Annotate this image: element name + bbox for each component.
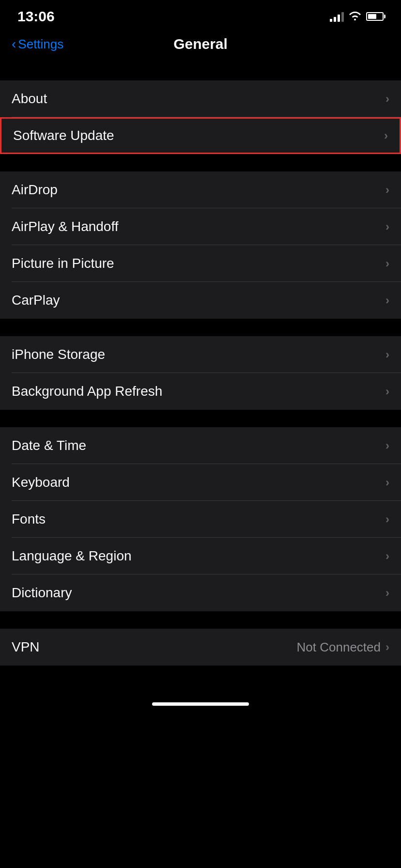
settings-row-language-region[interactable]: Language & Region › [0,538,401,574]
airdrop-chevron-icon: › [386,183,389,197]
back-label: Settings [18,37,63,52]
settings-row-background-app-refresh[interactable]: Background App Refresh › [0,373,401,410]
fonts-chevron-icon: › [386,512,389,526]
carplay-label: CarPlay [12,293,60,308]
settings-row-keyboard[interactable]: Keyboard › [0,464,401,501]
bottom-spacer [0,666,401,695]
airplay-handoff-chevron-icon: › [386,220,389,233]
software-update-chevron-icon: › [384,129,388,142]
about-label: About [12,91,47,107]
airdrop-label: AirDrop [12,182,58,198]
fonts-label: Fonts [12,512,46,527]
section-gap-3 [0,319,401,336]
vpn-chevron-icon: › [386,640,389,654]
dictionary-chevron-icon: › [386,586,389,600]
iphone-storage-label: iPhone Storage [12,347,105,362]
settings-group-4: Date & Time › Keyboard › Fonts › Languag… [0,427,401,611]
background-app-refresh-chevron-icon: › [386,385,389,398]
home-indicator-bar [152,702,249,706]
dictionary-label: Dictionary [12,585,72,601]
settings-row-airplay-handoff[interactable]: AirPlay & Handoff › [0,208,401,245]
settings-row-vpn[interactable]: VPN Not Connected › [0,629,401,666]
back-chevron-icon: ‹ [12,37,16,51]
date-time-chevron-icon: › [386,439,389,452]
status-bar: 13:06 [0,0,401,29]
settings-row-date-time[interactable]: Date & Time › [0,427,401,464]
vpn-label: VPN [12,639,40,655]
settings-row-dictionary[interactable]: Dictionary › [0,574,401,611]
settings-row-carplay[interactable]: CarPlay › [0,282,401,319]
settings-row-iphone-storage[interactable]: iPhone Storage › [0,336,401,373]
settings-row-picture-in-picture[interactable]: Picture in Picture › [0,245,401,282]
settings-row-fonts[interactable]: Fonts › [0,501,401,538]
nav-bar: ‹ Settings General [0,29,401,63]
battery-icon [366,12,384,21]
wifi-icon [349,11,361,23]
airplay-handoff-label: AirPlay & Handoff [12,219,119,234]
about-chevron-icon: › [386,92,389,106]
settings-row-about[interactable]: About › [0,80,401,117]
section-gap-2 [0,154,401,171]
section-gap-1 [0,63,401,80]
carplay-chevron-icon: › [386,294,389,307]
back-button[interactable]: ‹ Settings [12,37,63,52]
signal-icon [330,11,344,22]
section-gap-5 [0,611,401,629]
software-update-label: Software Update [13,128,114,143]
section-gap-4 [0,410,401,427]
vpn-status: Not Connected [297,640,381,655]
settings-row-software-update[interactable]: Software Update › [0,117,401,154]
iphone-storage-chevron-icon: › [386,348,389,361]
language-region-label: Language & Region [12,548,132,564]
settings-group-2: AirDrop › AirPlay & Handoff › Picture in… [0,171,401,319]
settings-group-3: iPhone Storage › Background App Refresh … [0,336,401,410]
date-time-label: Date & Time [12,438,86,453]
keyboard-label: Keyboard [12,475,70,490]
settings-row-airdrop[interactable]: AirDrop › [0,171,401,208]
status-icons [330,11,384,23]
picture-in-picture-label: Picture in Picture [12,256,114,271]
settings-group-vpn: VPN Not Connected › [0,629,401,666]
keyboard-chevron-icon: › [386,476,389,489]
settings-group-1: About › Software Update › [0,80,401,154]
background-app-refresh-label: Background App Refresh [12,384,162,399]
home-indicator [0,695,401,711]
status-time: 13:06 [17,8,55,25]
language-region-chevron-icon: › [386,549,389,563]
picture-in-picture-chevron-icon: › [386,257,389,270]
page-title: General [173,36,228,52]
